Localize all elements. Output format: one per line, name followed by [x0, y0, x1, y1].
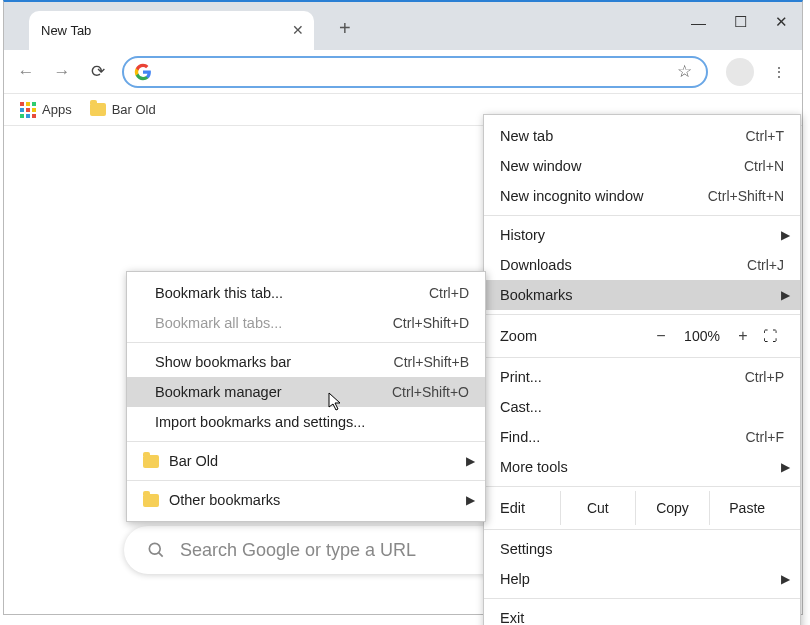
bookmark-star-icon[interactable]: ☆ [677, 61, 692, 82]
menu-new-incognito[interactable]: New incognito windowCtrl+Shift+N [484, 181, 800, 211]
zoom-label: Zoom [500, 328, 646, 344]
menu-separator [484, 215, 800, 216]
menu-more-tools[interactable]: More tools▶ [484, 452, 800, 482]
submenu-manager[interactable]: Bookmark managerCtrl+Shift+O [127, 377, 485, 407]
submenu-import[interactable]: Import bookmarks and settings... [127, 407, 485, 437]
menu-cast[interactable]: Cast... [484, 392, 800, 422]
menu-separator [127, 441, 485, 442]
browser-tab[interactable]: New Tab ✕ [29, 11, 314, 50]
reload-button[interactable]: ⟳ [86, 60, 110, 84]
folder-icon [143, 455, 159, 468]
chevron-right-icon: ▶ [781, 572, 790, 586]
menu-edit-row: Edit Cut Copy Paste [484, 491, 800, 525]
submenu-bookmark-tab[interactable]: Bookmark this tab...Ctrl+D [127, 278, 485, 308]
close-window-icon[interactable]: ✕ [775, 13, 788, 31]
forward-button[interactable]: → [50, 60, 74, 84]
edit-label: Edit [500, 500, 560, 516]
cursor-icon [328, 392, 344, 412]
back-button[interactable]: ← [14, 60, 38, 84]
apps-icon [20, 102, 36, 118]
menu-bookmarks[interactable]: Bookmarks▶ [484, 280, 800, 310]
close-icon[interactable]: ✕ [292, 22, 304, 38]
chevron-right-icon: ▶ [781, 228, 790, 242]
menu-exit[interactable]: Exit [484, 603, 800, 625]
profile-avatar[interactable] [726, 58, 754, 86]
toolbar: ← → ⟳ ☆ ⋮ [4, 50, 802, 94]
submenu-bookmark-all: Bookmark all tabs...Ctrl+Shift+D [127, 308, 485, 338]
zoom-out-button[interactable]: − [646, 327, 676, 345]
bookmark-label: Bar Old [112, 102, 156, 117]
apps-label: Apps [42, 102, 72, 117]
chevron-right-icon: ▶ [781, 460, 790, 474]
google-icon [134, 63, 152, 81]
main-menu-button[interactable]: ⋮ [766, 59, 792, 85]
menu-separator [484, 314, 800, 315]
maximize-icon[interactable]: ☐ [734, 13, 747, 31]
zoom-in-button[interactable]: + [728, 327, 758, 345]
menu-settings[interactable]: Settings [484, 534, 800, 564]
menu-print[interactable]: Print...Ctrl+P [484, 362, 800, 392]
submenu-folder-other[interactable]: Other bookmarks▶ [127, 485, 485, 515]
bookmarks-submenu: Bookmark this tab...Ctrl+D Bookmark all … [126, 271, 486, 522]
menu-new-tab[interactable]: New tabCtrl+T [484, 121, 800, 151]
zoom-value: 100% [676, 328, 728, 344]
menu-separator [127, 342, 485, 343]
bookmark-folder[interactable]: Bar Old [90, 102, 156, 117]
fullscreen-icon[interactable]: ⛶ [758, 328, 784, 344]
search-placeholder: Search Google or type a URL [180, 540, 416, 561]
chevron-right-icon: ▶ [466, 493, 475, 507]
menu-separator [127, 480, 485, 481]
menu-separator [484, 357, 800, 358]
folder-icon [90, 103, 106, 116]
menu-find[interactable]: Find...Ctrl+F [484, 422, 800, 452]
tab-title: New Tab [41, 23, 91, 38]
copy-button[interactable]: Copy [635, 491, 710, 525]
main-menu: New tabCtrl+T New windowCtrl+N New incog… [483, 114, 801, 625]
menu-separator [484, 529, 800, 530]
menu-new-window[interactable]: New windowCtrl+N [484, 151, 800, 181]
submenu-folder-barold[interactable]: Bar Old▶ [127, 446, 485, 476]
address-bar[interactable] [122, 56, 708, 88]
folder-icon [143, 494, 159, 507]
search-icon [146, 540, 166, 560]
submenu-show-bar[interactable]: Show bookmarks barCtrl+Shift+B [127, 347, 485, 377]
menu-downloads[interactable]: DownloadsCtrl+J [484, 250, 800, 280]
new-tab-button[interactable]: + [339, 17, 351, 40]
menu-help[interactable]: Help▶ [484, 564, 800, 594]
paste-button[interactable]: Paste [709, 491, 784, 525]
apps-shortcut[interactable]: Apps [20, 102, 72, 118]
cut-button[interactable]: Cut [560, 491, 635, 525]
tab-strip: New Tab ✕ + — ☐ ✕ [4, 2, 802, 50]
menu-history[interactable]: History▶ [484, 220, 800, 250]
menu-zoom-row: Zoom − 100% + ⛶ [484, 319, 800, 353]
menu-separator [484, 486, 800, 487]
window-controls: — ☐ ✕ [691, 2, 788, 42]
chevron-right-icon: ▶ [781, 288, 790, 302]
minimize-icon[interactable]: — [691, 14, 706, 31]
chevron-right-icon: ▶ [466, 454, 475, 468]
svg-line-1 [159, 553, 163, 557]
svg-point-0 [149, 543, 160, 554]
menu-separator [484, 598, 800, 599]
